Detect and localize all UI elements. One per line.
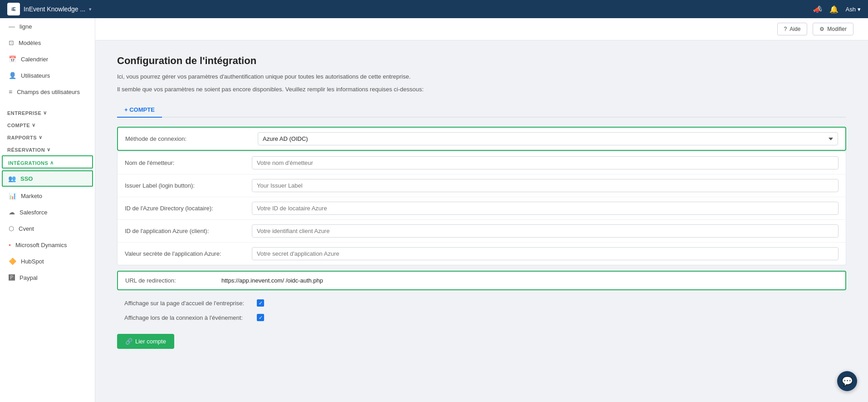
compte-chevron-icon: ∨: [32, 122, 36, 128]
utilisateurs-icon: 👤: [9, 72, 16, 79]
login-method-select[interactable]: Azure AD (OIDC) SAML 2.0 Google OAuth Cu…: [258, 132, 838, 145]
section-rapports[interactable]: RAPPORTS ∨: [0, 130, 95, 142]
affichage-connexion-row: Affichage lors de la connexion à l'événe…: [117, 310, 846, 325]
sidebar-item-microsoft-dynamics[interactable]: ▪ Microsoft Dynamics: [0, 237, 95, 253]
notification-icon[interactable]: 🔔: [829, 5, 839, 14]
azure-app-label: ID de l'application Azure (client):: [125, 228, 252, 234]
cvent-icon: ⬡: [9, 225, 14, 232]
topbar-right: 📣 🔔 Ash ▾: [813, 5, 861, 14]
integrations-chevron-icon: ∧: [50, 160, 54, 166]
page-desc2: Il semble que vos paramètres ne soient p…: [117, 85, 846, 94]
issuer-label-input[interactable]: [252, 179, 839, 192]
affichage-accueil-row: Affichage sur la page d'accueil de l'ent…: [117, 296, 846, 310]
redirect-value: https://app.inevent.com/ /oidc-auth.php: [221, 277, 323, 284]
issuer-label-field-label: Issuer Label (login button):: [125, 182, 252, 189]
issuer-label-row: Issuer Label (login button):: [118, 174, 846, 197]
aide-button[interactable]: ? Aide: [777, 23, 808, 35]
megaphone-icon[interactable]: 📣: [813, 5, 822, 14]
azure-dir-label: ID de l'Azure Directory (locataire):: [125, 205, 252, 212]
user-menu[interactable]: Ash ▾: [846, 6, 861, 13]
user-chevron-icon: ▾: [858, 6, 861, 13]
sidebar-item-ligne[interactable]: — ligne: [0, 18, 95, 35]
login-method-label: Méthode de connexion:: [125, 135, 252, 142]
affichage-connexion-label: Affichage lors de la connexion à l'événe…: [124, 314, 251, 321]
sidebar-item-marketo[interactable]: 📊 Marketo: [0, 188, 95, 204]
topbar: iE InEvent Knowledge ... ▾ 📣 🔔 Ash ▾: [0, 0, 868, 18]
form-fields-group: Nom de l'émetteur: Issuer Label (login b…: [117, 151, 846, 265]
emetteur-label: Nom de l'émetteur:: [125, 159, 252, 166]
hubspot-icon: 🔶: [9, 258, 16, 265]
tab-bar: + COMPTE: [117, 103, 846, 118]
layout: — ligne ⊡ Modèles 📅 Calendrier 👤 Utilisa…: [0, 18, 868, 402]
sidebar-item-utilisateurs[interactable]: 👤 Utilisateurs: [0, 67, 95, 84]
salesforce-icon: ☁: [9, 208, 15, 216]
reservation-chevron-icon: ∨: [47, 147, 51, 153]
modifier-icon: ⚙: [819, 26, 824, 32]
chat-bubble[interactable]: 💬: [837, 371, 857, 391]
app-logo: iE: [7, 3, 20, 15]
user-name: Ash: [846, 6, 856, 13]
redirect-label: URL de redirection:: [125, 277, 216, 284]
sidebar-item-hubspot[interactable]: 🔶 HubSpot: [0, 253, 95, 269]
button-row: 🔗 Lier compte: [117, 334, 846, 349]
sidebar-item-champs[interactable]: ≡ Champs des utilisateurs: [0, 84, 95, 100]
modeles-icon: ⊡: [9, 39, 14, 46]
affichage-connexion-checkbox[interactable]: ✓: [257, 314, 264, 321]
microsoft-icon: ▪: [9, 241, 11, 248]
entreprise-chevron-icon: ∨: [43, 110, 47, 116]
section-entreprise[interactable]: ENTREPRISE ∨: [0, 105, 95, 118]
login-method-row: Méthode de connexion: Azure AD (OIDC) SA…: [117, 127, 846, 151]
emetteur-input[interactable]: [252, 156, 839, 169]
calendrier-icon: 📅: [9, 55, 16, 63]
ligne-icon: —: [9, 23, 15, 30]
emetteur-row: Nom de l'émetteur:: [118, 152, 846, 174]
section-compte[interactable]: COMPTE ∨: [0, 118, 95, 130]
page-title: Configuration de l'intégration: [117, 55, 846, 67]
azure-secret-input[interactable]: [252, 247, 839, 260]
page-content: Configuration de l'intégration Ici, vous…: [95, 40, 868, 402]
affichage-accueil-label: Affichage sur la page d'accueil de l'ent…: [124, 300, 251, 307]
sidebar-item-modeles[interactable]: ⊡ Modèles: [0, 35, 95, 51]
sidebar-item-sso[interactable]: 👥 SSO: [2, 170, 93, 187]
azure-secret-row: Valeur secrète de l'application Azure:: [118, 243, 846, 265]
sidebar-item-salesforce[interactable]: ☁ Salesforce: [0, 204, 95, 220]
sidebar: — ligne ⊡ Modèles 📅 Calendrier 👤 Utilisa…: [0, 18, 95, 402]
app-name: InEvent Knowledge ...: [24, 5, 85, 13]
tab-compte[interactable]: + COMPTE: [117, 103, 162, 118]
sidebar-item-cvent[interactable]: ⬡ Cvent: [0, 220, 95, 237]
sidebar-item-calendrier[interactable]: 📅 Calendrier: [0, 51, 95, 67]
azure-secret-label: Valeur secrète de l'application Azure:: [125, 250, 252, 257]
sso-icon: 👥: [8, 175, 16, 182]
section-integrations[interactable]: INTÉGRATIONS ∧: [2, 155, 93, 169]
chat-icon: 💬: [842, 376, 853, 387]
paypal-icon: 🅿: [9, 274, 15, 281]
azure-app-row: ID de l'application Azure (client):: [118, 220, 846, 243]
main-content: ? Aide ⚙ Modifier Configuration de l'int…: [95, 18, 868, 402]
marketo-icon: 📊: [9, 192, 16, 199]
rapports-chevron-icon: ∨: [39, 134, 43, 140]
azure-dir-input[interactable]: [252, 202, 839, 215]
modifier-button[interactable]: ⚙ Modifier: [813, 23, 853, 35]
champs-icon: ≡: [9, 88, 12, 95]
aide-icon: ?: [784, 26, 787, 32]
page-desc1: Ici, vous pourrez gérer vos paramètres d…: [117, 72, 846, 81]
section-reservation[interactable]: RÉSERVATION ∨: [0, 142, 95, 154]
azure-app-input[interactable]: [252, 224, 839, 238]
topbar-left: iE InEvent Knowledge ... ▾: [7, 3, 92, 15]
toolbar: ? Aide ⚙ Modifier: [95, 18, 868, 40]
app-chevron-icon[interactable]: ▾: [89, 6, 92, 12]
affichage-accueil-checkbox[interactable]: ✓: [257, 299, 264, 307]
azure-dir-row: ID de l'Azure Directory (locataire):: [118, 197, 846, 220]
redirect-url-row: URL de redirection: https://app.inevent.…: [117, 271, 846, 290]
lier-icon: 🔗: [125, 338, 132, 345]
lier-compte-button[interactable]: 🔗 Lier compte: [117, 334, 174, 349]
sidebar-item-paypal[interactable]: 🅿 Paypal: [0, 269, 95, 286]
